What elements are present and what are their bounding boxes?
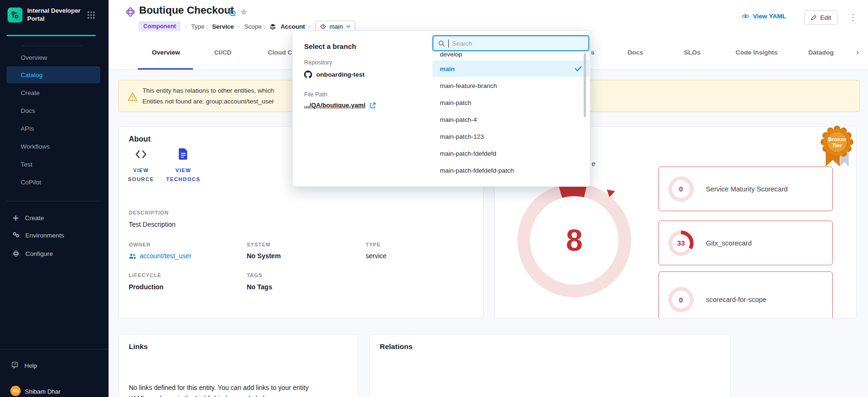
tab-code-insights[interactable]: Code Insights bbox=[729, 49, 784, 56]
overall-score-gauge: 8 bbox=[517, 183, 631, 297]
sidebar-divider-bottom bbox=[0, 349, 109, 349]
hidden-text-fragment: e bbox=[592, 160, 595, 167]
star-icon[interactable] bbox=[239, 8, 248, 16]
banner-line-2: Entities not found are: group:account/te… bbox=[142, 98, 274, 105]
scorecard-item-service-maturity[interactable]: 0 Service Maturity Scorecard bbox=[658, 167, 833, 211]
scope-label: Scope : bbox=[244, 23, 265, 30]
user-name[interactable]: Shibam Dhar bbox=[25, 388, 61, 395]
portal-logo-icon[interactable] bbox=[8, 8, 23, 23]
code-icon bbox=[134, 149, 148, 160]
sidebar-item-catalog[interactable]: Catalog bbox=[7, 66, 100, 83]
portal-title: Internal Developer Portal bbox=[27, 7, 85, 23]
sidebar-item-apis[interactable]: APIs bbox=[7, 120, 100, 137]
more-tabs-chevron[interactable]: › bbox=[856, 48, 859, 57]
app-grid-icon[interactable] bbox=[86, 10, 96, 20]
techdocs-doc-icon bbox=[178, 148, 189, 160]
lifecycle-value: Production bbox=[129, 283, 164, 291]
help-button[interactable]: ? Help bbox=[11, 361, 37, 370]
view-yaml-button[interactable]: View YAML bbox=[742, 12, 786, 20]
sidebar-action-configure[interactable]: Configure bbox=[7, 247, 100, 260]
file-path-label: File Path bbox=[304, 91, 327, 98]
help-chat-icon: ? bbox=[11, 361, 20, 370]
kind-badge: Component bbox=[139, 21, 180, 32]
scorecard-mini-gauge: 33 bbox=[668, 230, 694, 256]
user-avatar[interactable]: SD bbox=[10, 386, 21, 396]
view-source-button[interactable]: VIEW SOURCE bbox=[117, 149, 164, 183]
branch-option-main-patch-4[interactable]: main-patch-4 bbox=[432, 111, 589, 128]
gear-icon bbox=[12, 250, 20, 257]
tab-cicd[interactable]: CI/CD bbox=[206, 49, 239, 56]
file-path-link[interactable]: .../QA/boutique.yaml bbox=[304, 102, 366, 109]
sidebar-item-overview[interactable]: Overview bbox=[7, 49, 100, 66]
branch-option-main-feature-branch[interactable]: main-feature-branch bbox=[432, 77, 589, 94]
description-value: Test Description bbox=[129, 221, 176, 228]
tags-value: No Tags bbox=[247, 283, 272, 291]
type-label: Type : bbox=[191, 23, 208, 30]
banner-line-1: This entity has relations to other entit… bbox=[142, 87, 274, 94]
branch-search-input[interactable]: Search bbox=[432, 35, 589, 51]
copy-icon[interactable] bbox=[228, 9, 236, 16]
branch-option-main-patch-123[interactable]: main-patch-123 bbox=[432, 128, 589, 145]
scorecard-item-scope[interactable]: 0 scorecard-for-scope bbox=[658, 271, 833, 318]
branch-option-main-patch-fdefdefd-patch[interactable]: main-patch-fdefdefd-patch bbox=[432, 162, 589, 179]
sidebar-item-copilot[interactable]: CoPilot bbox=[7, 174, 100, 191]
git-branch-icon bbox=[320, 24, 326, 30]
lifecycle-label: LIFECYCLE bbox=[129, 272, 161, 278]
branch-selected-value: main bbox=[329, 23, 343, 30]
branch-popover: Select a branch Repository onboarding-te… bbox=[292, 31, 590, 187]
tab-slos[interactable]: SLOs bbox=[676, 49, 709, 56]
type-field-label: TYPE bbox=[366, 242, 381, 247]
sidebar-action-create[interactable]: Create bbox=[7, 211, 100, 224]
sidebar-item-test[interactable]: Test bbox=[7, 156, 100, 173]
bronze-tier-badge: Bronze Tier bbox=[819, 124, 855, 169]
scope-layers-icon bbox=[269, 23, 276, 30]
gauge-arrow bbox=[605, 190, 615, 198]
tab-docs[interactable]: Docs bbox=[619, 49, 652, 56]
sidebar-item-create[interactable]: Create bbox=[7, 84, 100, 101]
search-icon bbox=[438, 40, 445, 47]
system-label: SYSTEM bbox=[247, 242, 271, 247]
type-field-value: service bbox=[366, 252, 386, 260]
links-card: Links No links defined for this entity. … bbox=[118, 334, 358, 397]
view-techdocs-button[interactable]: VIEW TECHDOCS bbox=[160, 148, 207, 183]
branch-option-main-patch[interactable]: main-patch bbox=[432, 94, 589, 111]
warning-triangle-icon bbox=[127, 92, 138, 102]
external-link-icon[interactable] bbox=[369, 102, 376, 109]
tab-overview[interactable]: Overview bbox=[138, 49, 194, 56]
links-empty-line1: No links defined for this entity. You ca… bbox=[129, 382, 309, 393]
sidebar-item-workflows[interactable]: Workflows bbox=[7, 138, 100, 155]
sidebar-item-docs[interactable]: Docs bbox=[7, 102, 100, 119]
active-tab-underline bbox=[138, 68, 193, 70]
tab-datadog[interactable]: Datadog bbox=[802, 49, 840, 56]
badge-text-line2: Tier bbox=[832, 143, 842, 148]
sidebar-divider-top bbox=[22, 46, 81, 46]
description-label: DESCRIPTION bbox=[129, 210, 169, 215]
scorecard-mini-gauge: 0 bbox=[668, 287, 694, 312]
popover-title: Select a branch bbox=[304, 42, 356, 50]
kebab-menu[interactable]: ⋮ bbox=[849, 10, 858, 24]
pipeline-glyph bbox=[10, 10, 20, 20]
repository-label: Repository bbox=[304, 59, 332, 66]
links-title: Links bbox=[129, 342, 148, 351]
sidebar-divider-mid bbox=[7, 201, 100, 201]
component-gear-icon bbox=[125, 7, 136, 17]
branch-option-main-patch-fdefdefd[interactable]: main-patch-fdefdefd bbox=[432, 145, 589, 162]
scope-value: Account bbox=[281, 23, 305, 30]
list-scrollbar[interactable] bbox=[584, 53, 586, 117]
system-value: No System bbox=[247, 252, 281, 260]
edit-button[interactable]: Edit bbox=[805, 10, 837, 25]
app-root: Internal Developer Portal Overview Catal… bbox=[0, 0, 868, 397]
search-placeholder: Search bbox=[452, 40, 472, 47]
owner-people-icon bbox=[129, 253, 136, 259]
owner-link[interactable]: account/test_user bbox=[129, 252, 192, 260]
chevron-down-icon bbox=[346, 24, 351, 29]
repository-value: onboarding-test bbox=[304, 71, 365, 79]
scorecard-mini-gauge: 0 bbox=[668, 176, 694, 202]
sidebar-action-environments[interactable]: Environments bbox=[7, 229, 100, 242]
text-caret bbox=[448, 40, 449, 48]
owner-label: OWNER bbox=[129, 242, 151, 247]
scorecard-item-gitx[interactable]: 33 Gitx_scorecard bbox=[658, 221, 833, 265]
pencil-icon bbox=[811, 15, 817, 21]
branch-option-main[interactable]: main bbox=[432, 60, 589, 77]
tags-label: TAGS bbox=[247, 272, 262, 278]
